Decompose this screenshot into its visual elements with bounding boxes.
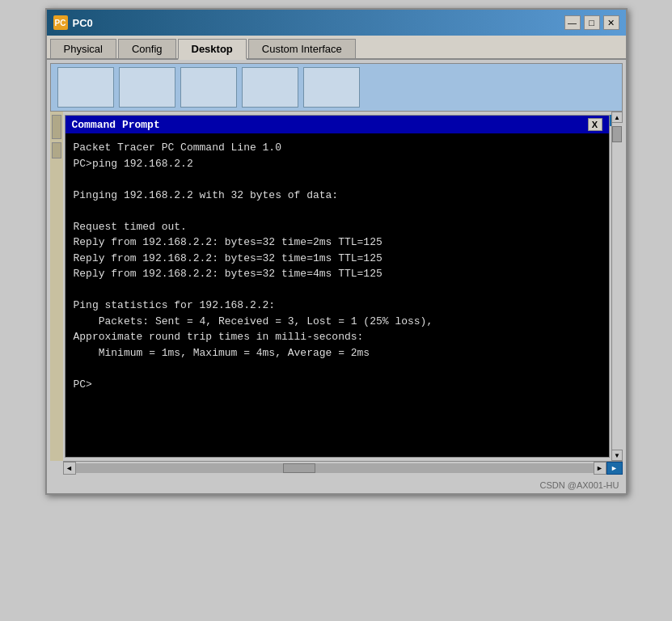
cmd-line-1: PC>ping 192.168.2.2 <box>74 158 193 170</box>
cmd-line-5: Request timed out. <box>74 221 187 233</box>
scroll-x-thumb[interactable] <box>283 463 315 473</box>
minimize-button[interactable]: — <box>564 15 581 30</box>
window-icon: PC <box>53 15 68 30</box>
main-window: PC PC0 — □ ✕ Physical Config Desktop Cus… <box>45 8 628 495</box>
desktop-icon-1[interactable] <box>57 67 114 108</box>
cmd-line-15: PC> <box>74 378 92 391</box>
left-bar-element <box>52 115 61 139</box>
scroll-left-arrow[interactable]: ◄ <box>63 462 76 475</box>
scroll-right-arrow[interactable]: ► <box>594 462 606 475</box>
cmd-line-12: Approximate round trip times in milli-se… <box>74 331 364 343</box>
scroll-x-track <box>76 463 594 473</box>
cmd-line-13: Minimum = 1ms, Maximum = 4ms, Average = … <box>74 347 370 359</box>
desktop-icon-3[interactable] <box>180 67 237 108</box>
left-bar-element2 <box>52 142 61 158</box>
scrollbar-vertical: ▲ ▼ <box>611 112 623 461</box>
desktop-icon-5[interactable] <box>303 67 360 108</box>
content-area: ► Command Prompt X Packet Tracer PC Comm… <box>47 60 626 477</box>
tab-custom-interface[interactable]: Custom Interface <box>248 39 356 58</box>
scrollbar-horizontal: ◄ ► ► <box>63 461 623 474</box>
desktop-icon-2[interactable] <box>119 67 175 108</box>
cmd-line-10: Ping statistics for 192.168.2.2: <box>74 299 276 311</box>
scroll-x-right-blue-btn[interactable]: ► <box>606 462 623 475</box>
cmd-title-text: Command Prompt <box>72 119 160 131</box>
cmd-line-11: Packets: Sent = 4, Received = 3, Lost = … <box>74 315 433 327</box>
cmd-line-7: Reply from 192.168.2.2: bytes=32 time=1m… <box>74 252 382 264</box>
cmd-line-6: Reply from 192.168.2.2: bytes=32 time=2m… <box>74 236 382 248</box>
cmd-close-button[interactable]: X <box>588 118 602 131</box>
cmd-line-8: Reply from 192.168.2.2: bytes=32 time=4m… <box>74 268 382 280</box>
close-window-button[interactable]: ✕ <box>603 15 619 30</box>
scroll-up-arrow[interactable]: ▲ <box>611 112 623 123</box>
maximize-button[interactable]: □ <box>584 15 600 30</box>
left-accent-bar <box>50 112 63 461</box>
title-buttons: — □ ✕ <box>564 15 619 30</box>
scroll-down-arrow[interactable]: ▼ <box>611 450 623 461</box>
tab-physical[interactable]: Physical <box>50 39 116 58</box>
command-prompt-window: Command Prompt X Packet Tracer PC Comman… <box>65 115 610 458</box>
scroll-thumb-vertical[interactable] <box>612 126 622 142</box>
cmd-body[interactable]: Packet Tracer PC Command Line 1.0 PC>pin… <box>66 133 609 457</box>
tab-config[interactable]: Config <box>118 39 176 58</box>
title-bar-left: PC PC0 <box>53 15 93 30</box>
desktop-icon-4[interactable] <box>242 67 298 108</box>
tab-bar: Physical Config Desktop Custom Interface <box>47 36 626 60</box>
title-bar: PC PC0 — □ ✕ <box>47 10 626 36</box>
watermark: CSDN @AX001-HU <box>47 477 626 493</box>
window-title: PC0 <box>73 17 93 29</box>
tab-desktop[interactable]: Desktop <box>178 39 247 60</box>
main-content: Command Prompt X Packet Tracer PC Comman… <box>50 112 623 461</box>
cmd-title-bar: Command Prompt X <box>66 116 609 133</box>
desktop-icons-bar: ► <box>50 63 623 112</box>
cmd-line-3: Pinging 192.168.2.2 with 32 bytes of dat… <box>74 189 339 201</box>
cmd-line-0: Packet Tracer PC Command Line 1.0 <box>74 142 281 154</box>
